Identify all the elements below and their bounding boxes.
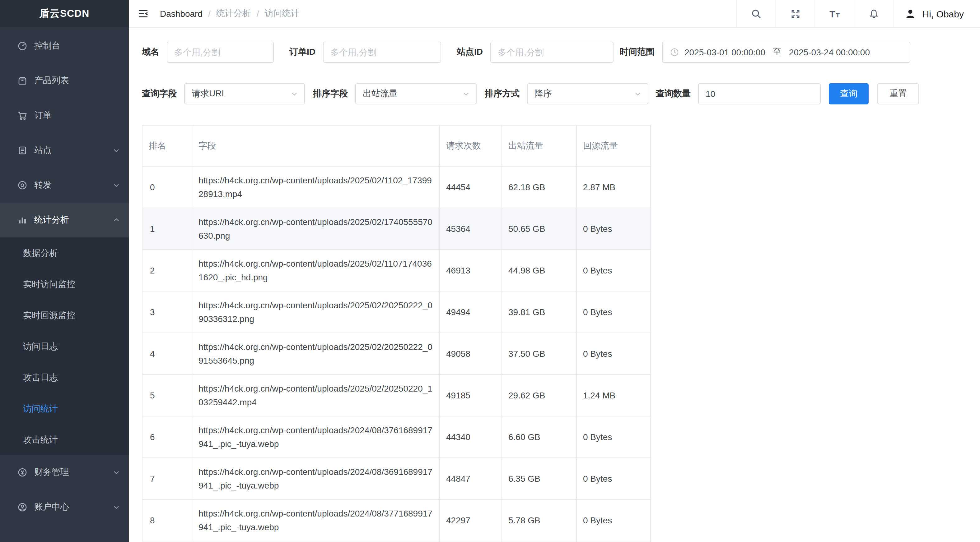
sidebar-subitem[interactable]: 数据分析	[0, 238, 129, 268]
font-size-icon[interactable]: TT	[815, 0, 854, 27]
site-id-input[interactable]	[490, 42, 614, 63]
cell-field-url: https://h4ck.org.cn/wp-content/uploads/2…	[192, 499, 440, 541]
cell-origin: 0 Bytes	[576, 499, 651, 541]
query-count-label: 查询数量	[656, 88, 690, 100]
cell-egress: 6.35 GB	[502, 458, 576, 499]
cell-egress: 50.65 GB	[502, 208, 576, 250]
sidebar-subitem-label: 数据分析	[23, 248, 58, 258]
sidebar-subitem[interactable]: 攻击统计	[0, 424, 129, 455]
cell-field-url: https://h4ck.org.cn/wp-content/uploads/2…	[192, 458, 440, 499]
cell-rank: 0	[142, 166, 192, 208]
table-row[interactable]: 8 https://h4ck.org.cn/wp-content/uploads…	[142, 499, 651, 541]
sidebar-item-label: 订单	[34, 110, 120, 121]
sidebar-subitem[interactable]: 访问统计	[0, 393, 129, 424]
cell-egress: 37.50 GB	[502, 333, 576, 374]
sidebar-item-sites[interactable]: 站点	[0, 133, 129, 168]
sidebar-item-statistics[interactable]: 统计分析	[0, 203, 129, 238]
sort-order-select[interactable]: 降序	[527, 83, 648, 105]
sort-field-label: 排序字段	[313, 88, 348, 100]
table-row[interactable]: 0 https://h4ck.org.cn/wp-content/uploads…	[142, 166, 651, 208]
user-menu[interactable]: Hi, Obaby	[893, 0, 980, 27]
domain-input[interactable]	[167, 42, 274, 63]
header-field: 字段	[192, 125, 440, 166]
date-range-picker[interactable]: 2025-03-01 00:00:00 至 2025-03-24 00:00:0…	[662, 42, 910, 63]
table-row[interactable]: 5 https://h4ck.org.cn/wp-content/uploads…	[142, 374, 651, 416]
filter-row-1: 域名 订单ID 站点ID 时间范围 2025-03-01 00:00:00 至 …	[142, 42, 980, 63]
order-id-input[interactable]	[323, 42, 441, 63]
notification-bell-icon[interactable]	[854, 0, 893, 27]
stats-icon	[18, 215, 27, 225]
avatar	[905, 8, 916, 19]
search-icon[interactable]	[737, 0, 776, 27]
site-id-label: 站点ID	[457, 47, 483, 58]
sidebar-item-label: 站点	[34, 145, 113, 156]
sidebar-item-finance[interactable]: 财务管理	[0, 455, 129, 490]
cell-requests: 44847	[440, 458, 502, 499]
table-row[interactable]: 3 https://h4ck.org.cn/wp-content/uploads…	[142, 291, 651, 333]
breadcrumb-item-dashboard[interactable]: Dashboard	[160, 9, 202, 19]
content: 域名 订单ID 站点ID 时间范围 2025-03-01 00:00:00 至 …	[129, 28, 980, 542]
cell-origin: 0 Bytes	[576, 416, 651, 458]
sidebar-subitem[interactable]: 实时回源监控	[0, 300, 129, 331]
breadcrumb-item-current: 访问统计	[265, 8, 300, 19]
chevron-down-icon	[291, 90, 298, 98]
sidebar-item-dashboard[interactable]: 控制台	[0, 29, 129, 63]
sidebar-item-account[interactable]: 账户中心	[0, 490, 129, 525]
cell-field-url: https://h4ck.org.cn/wp-content/uploads/2…	[192, 416, 440, 458]
cell-requests: 49058	[440, 333, 502, 374]
table-row[interactable]: 6 https://h4ck.org.cn/wp-content/uploads…	[142, 416, 651, 458]
cell-origin: 2.87 MB	[576, 166, 651, 208]
query-count-input[interactable]	[698, 83, 821, 105]
table-row[interactable]: 7 https://h4ck.org.cn/wp-content/uploads…	[142, 458, 651, 499]
chevron-down-icon	[462, 90, 470, 98]
sort-order-label: 排序方式	[485, 88, 520, 100]
date-start: 2025-03-01 00:00:00	[684, 47, 765, 57]
finance-icon	[18, 468, 27, 477]
date-separator: 至	[773, 47, 781, 58]
sidebar-item-label: 转发	[34, 180, 113, 191]
cell-field-url: https://h4ck.org.cn/wp-content/uploads/2…	[192, 333, 440, 374]
products-icon	[18, 76, 27, 86]
chevron-down-icon	[634, 90, 641, 98]
chevron-down-icon	[113, 469, 120, 476]
app-root: 盾云SCDN 控制台 产品列表 订单	[0, 0, 980, 542]
cell-origin: 0 Bytes	[576, 208, 651, 250]
sort-field-select[interactable]: 出站流量	[355, 83, 477, 105]
table-row[interactable]: 2 https://h4ck.org.cn/wp-content/uploads…	[142, 250, 651, 291]
cell-field-url: https://h4ck.org.cn/wp-content/uploads/2…	[192, 291, 440, 333]
chevron-down-icon	[113, 182, 120, 189]
cell-requests: 45364	[440, 208, 502, 250]
cell-origin: 0 Bytes	[576, 458, 651, 499]
fullscreen-icon[interactable]	[776, 0, 815, 27]
sidebar-item-forward[interactable]: 转发	[0, 168, 129, 203]
reset-button[interactable]: 重置	[877, 83, 919, 105]
header-egress: 出站流量	[502, 125, 576, 166]
topbar-right: TT Hi, Obaby	[737, 0, 980, 27]
cell-origin: 0 Bytes	[576, 333, 651, 374]
table-row[interactable]: 4 https://h4ck.org.cn/wp-content/uploads…	[142, 333, 651, 374]
sidebar-item-orders[interactable]: 订单	[0, 98, 129, 133]
date-end: 2025-03-24 00:00:00	[789, 47, 870, 57]
chevron-down-icon	[113, 147, 120, 154]
breadcrumb-item-statistics[interactable]: 统计分析	[216, 8, 251, 19]
search-button[interactable]: 查询	[829, 83, 869, 105]
cell-field-url: https://h4ck.org.cn/wp-content/uploads/2…	[192, 374, 440, 416]
table-row[interactable]: 1 https://h4ck.org.cn/wp-content/uploads…	[142, 208, 651, 250]
sidebar: 盾云SCDN 控制台 产品列表 订单	[0, 0, 129, 542]
sidebar-subitem[interactable]: 攻击日志	[0, 362, 129, 393]
sidebar-subitem[interactable]: 访问日志	[0, 331, 129, 362]
query-field-value: 请求URL	[192, 88, 226, 100]
sidebar-subitem-label: 访问日志	[23, 341, 58, 351]
sidebar-subitem-label: 实时访问监控	[23, 279, 75, 289]
query-field-select[interactable]: 请求URL	[184, 83, 305, 105]
sidebar-item-label: 财务管理	[34, 467, 113, 478]
cell-rank: 8	[142, 499, 192, 541]
cell-rank: 4	[142, 333, 192, 374]
breadcrumb-separator: /	[208, 9, 211, 19]
topbar: Dashboard / 统计分析 / 访问统计 TT	[129, 0, 980, 28]
sidebar-item-products[interactable]: 产品列表	[0, 63, 129, 98]
sidebar-subitem[interactable]: 实时访问监控	[0, 268, 129, 300]
sidebar-menu: 控制台 产品列表 订单 站点	[0, 27, 129, 542]
cell-rank: 6	[142, 416, 192, 458]
menu-fold-icon[interactable]	[129, 0, 158, 27]
